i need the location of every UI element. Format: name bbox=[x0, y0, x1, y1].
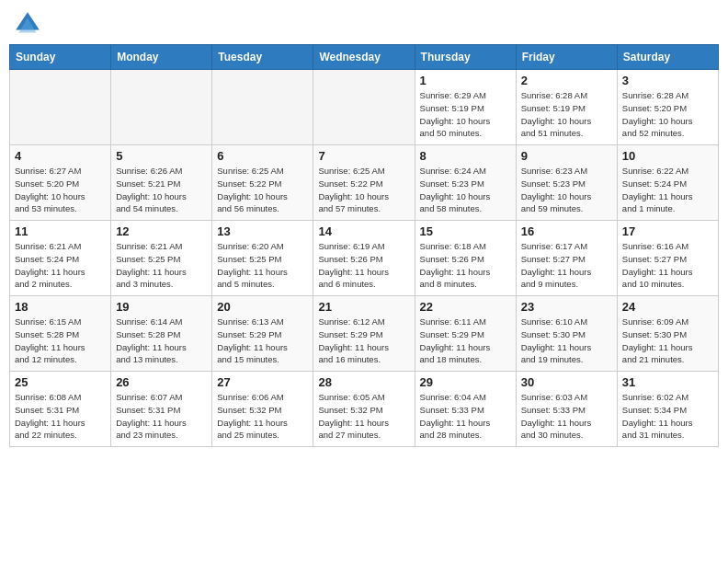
calendar-cell bbox=[212, 70, 313, 145]
calendar-cell: 7Sunrise: 6:25 AM Sunset: 5:22 PM Daylig… bbox=[313, 145, 415, 221]
day-number: 17 bbox=[622, 224, 713, 238]
weekday-header-saturday: Saturday bbox=[617, 45, 718, 70]
day-number: 1 bbox=[420, 74, 511, 87]
calendar-cell bbox=[313, 70, 415, 145]
calendar-cell: 15Sunrise: 6:18 AM Sunset: 5:26 PM Dayli… bbox=[415, 221, 516, 296]
calendar-cell: 27Sunrise: 6:06 AM Sunset: 5:32 PM Dayli… bbox=[212, 372, 313, 447]
calendar-cell: 5Sunrise: 6:26 AM Sunset: 5:21 PM Daylig… bbox=[111, 145, 212, 221]
day-number: 7 bbox=[318, 149, 409, 163]
day-number: 5 bbox=[116, 149, 207, 163]
day-number: 21 bbox=[318, 300, 409, 314]
calendar-cell: 4Sunrise: 6:27 AM Sunset: 5:20 PM Daylig… bbox=[10, 145, 111, 221]
day-number: 31 bbox=[622, 375, 713, 389]
calendar-cell: 10Sunrise: 6:22 AM Sunset: 5:24 PM Dayli… bbox=[617, 145, 718, 221]
calendar-cell: 17Sunrise: 6:16 AM Sunset: 5:27 PM Dayli… bbox=[617, 221, 718, 296]
weekday-header-row: SundayMondayTuesdayWednesdayThursdayFrid… bbox=[10, 45, 719, 70]
day-number: 4 bbox=[15, 149, 106, 163]
calendar-cell: 28Sunrise: 6:05 AM Sunset: 5:32 PM Dayli… bbox=[313, 372, 415, 447]
day-number: 22 bbox=[420, 300, 511, 314]
day-number: 2 bbox=[521, 74, 612, 87]
calendar-cell: 26Sunrise: 6:07 AM Sunset: 5:31 PM Dayli… bbox=[111, 372, 212, 447]
day-number: 26 bbox=[116, 375, 207, 389]
day-info: Sunrise: 6:21 AM Sunset: 5:24 PM Dayligh… bbox=[15, 240, 106, 291]
calendar-cell: 20Sunrise: 6:13 AM Sunset: 5:29 PM Dayli… bbox=[212, 296, 313, 372]
day-number: 18 bbox=[15, 300, 106, 314]
weekday-header-thursday: Thursday bbox=[415, 45, 516, 70]
day-number: 29 bbox=[420, 375, 511, 389]
day-info: Sunrise: 6:28 AM Sunset: 5:20 PM Dayligh… bbox=[622, 89, 713, 140]
day-info: Sunrise: 6:20 AM Sunset: 5:25 PM Dayligh… bbox=[217, 240, 308, 291]
day-info: Sunrise: 6:23 AM Sunset: 5:23 PM Dayligh… bbox=[521, 165, 612, 215]
day-number: 24 bbox=[622, 300, 713, 314]
day-info: Sunrise: 6:06 AM Sunset: 5:32 PM Dayligh… bbox=[217, 391, 308, 442]
day-info: Sunrise: 6:09 AM Sunset: 5:30 PM Dayligh… bbox=[622, 316, 713, 366]
calendar-cell: 21Sunrise: 6:12 AM Sunset: 5:29 PM Dayli… bbox=[313, 296, 415, 372]
weekday-header-sunday: Sunday bbox=[10, 45, 111, 70]
calendar-cell: 12Sunrise: 6:21 AM Sunset: 5:25 PM Dayli… bbox=[111, 221, 212, 296]
calendar-cell: 1Sunrise: 6:29 AM Sunset: 5:19 PM Daylig… bbox=[415, 70, 516, 145]
day-info: Sunrise: 6:10 AM Sunset: 5:30 PM Dayligh… bbox=[521, 316, 612, 366]
day-info: Sunrise: 6:21 AM Sunset: 5:25 PM Dayligh… bbox=[116, 240, 207, 291]
day-number: 12 bbox=[116, 224, 207, 238]
calendar-cell: 3Sunrise: 6:28 AM Sunset: 5:20 PM Daylig… bbox=[617, 70, 718, 145]
day-info: Sunrise: 6:02 AM Sunset: 5:34 PM Dayligh… bbox=[622, 391, 713, 442]
day-info: Sunrise: 6:25 AM Sunset: 5:22 PM Dayligh… bbox=[217, 165, 308, 215]
day-info: Sunrise: 6:13 AM Sunset: 5:29 PM Dayligh… bbox=[217, 316, 308, 366]
calendar-cell: 13Sunrise: 6:20 AM Sunset: 5:25 PM Dayli… bbox=[212, 221, 313, 296]
calendar-cell: 9Sunrise: 6:23 AM Sunset: 5:23 PM Daylig… bbox=[516, 145, 617, 221]
day-number: 6 bbox=[217, 149, 308, 163]
day-info: Sunrise: 6:24 AM Sunset: 5:23 PM Dayligh… bbox=[420, 165, 511, 215]
day-info: Sunrise: 6:03 AM Sunset: 5:33 PM Dayligh… bbox=[521, 391, 612, 442]
calendar-cell: 18Sunrise: 6:15 AM Sunset: 5:28 PM Dayli… bbox=[10, 296, 111, 372]
day-info: Sunrise: 6:22 AM Sunset: 5:24 PM Dayligh… bbox=[622, 165, 713, 215]
day-info: Sunrise: 6:08 AM Sunset: 5:31 PM Dayligh… bbox=[15, 391, 106, 442]
day-number: 8 bbox=[420, 149, 511, 163]
calendar-cell: 23Sunrise: 6:10 AM Sunset: 5:30 PM Dayli… bbox=[516, 296, 617, 372]
calendar-cell: 24Sunrise: 6:09 AM Sunset: 5:30 PM Dayli… bbox=[617, 296, 718, 372]
day-number: 10 bbox=[622, 149, 713, 163]
day-info: Sunrise: 6:16 AM Sunset: 5:27 PM Dayligh… bbox=[622, 240, 713, 291]
calendar-cell: 16Sunrise: 6:17 AM Sunset: 5:27 PM Dayli… bbox=[516, 221, 617, 296]
calendar-cell: 29Sunrise: 6:04 AM Sunset: 5:33 PM Dayli… bbox=[415, 372, 516, 447]
calendar-cell: 11Sunrise: 6:21 AM Sunset: 5:24 PM Dayli… bbox=[10, 221, 111, 296]
day-number: 27 bbox=[217, 375, 308, 389]
day-number: 14 bbox=[318, 224, 409, 238]
day-info: Sunrise: 6:19 AM Sunset: 5:26 PM Dayligh… bbox=[318, 240, 409, 291]
calendar-cell: 22Sunrise: 6:11 AM Sunset: 5:29 PM Dayli… bbox=[415, 296, 516, 372]
day-number: 28 bbox=[318, 375, 409, 389]
day-number: 15 bbox=[420, 224, 511, 238]
calendar-cell: 8Sunrise: 6:24 AM Sunset: 5:23 PM Daylig… bbox=[415, 145, 516, 221]
day-number: 3 bbox=[622, 74, 713, 87]
calendar-cell: 6Sunrise: 6:25 AM Sunset: 5:22 PM Daylig… bbox=[212, 145, 313, 221]
weekday-header-monday: Monday bbox=[111, 45, 212, 70]
day-info: Sunrise: 6:11 AM Sunset: 5:29 PM Dayligh… bbox=[420, 316, 511, 366]
day-number: 11 bbox=[15, 224, 106, 238]
day-info: Sunrise: 6:18 AM Sunset: 5:26 PM Dayligh… bbox=[420, 240, 511, 291]
day-number: 20 bbox=[217, 300, 308, 314]
calendar-cell: 25Sunrise: 6:08 AM Sunset: 5:31 PM Dayli… bbox=[10, 372, 111, 447]
day-info: Sunrise: 6:28 AM Sunset: 5:19 PM Dayligh… bbox=[521, 89, 612, 140]
day-number: 30 bbox=[521, 375, 612, 389]
day-info: Sunrise: 6:12 AM Sunset: 5:29 PM Dayligh… bbox=[318, 316, 409, 366]
calendar-week-row: 4Sunrise: 6:27 AM Sunset: 5:20 PM Daylig… bbox=[10, 145, 719, 221]
day-number: 23 bbox=[521, 300, 612, 314]
day-info: Sunrise: 6:04 AM Sunset: 5:33 PM Dayligh… bbox=[420, 391, 511, 442]
calendar-cell: 19Sunrise: 6:14 AM Sunset: 5:28 PM Dayli… bbox=[111, 296, 212, 372]
day-number: 9 bbox=[521, 149, 612, 163]
day-number: 13 bbox=[217, 224, 308, 238]
day-info: Sunrise: 6:05 AM Sunset: 5:32 PM Dayligh… bbox=[318, 391, 409, 442]
weekday-header-wednesday: Wednesday bbox=[313, 45, 415, 70]
day-info: Sunrise: 6:17 AM Sunset: 5:27 PM Dayligh… bbox=[521, 240, 612, 291]
weekday-header-friday: Friday bbox=[516, 45, 617, 70]
day-info: Sunrise: 6:07 AM Sunset: 5:31 PM Dayligh… bbox=[116, 391, 207, 442]
weekday-header-tuesday: Tuesday bbox=[212, 45, 313, 70]
day-number: 16 bbox=[521, 224, 612, 238]
calendar-cell: 30Sunrise: 6:03 AM Sunset: 5:33 PM Dayli… bbox=[516, 372, 617, 447]
calendar-week-row: 1Sunrise: 6:29 AM Sunset: 5:19 PM Daylig… bbox=[10, 70, 719, 145]
calendar-week-row: 18Sunrise: 6:15 AM Sunset: 5:28 PM Dayli… bbox=[10, 296, 719, 372]
calendar-cell bbox=[111, 70, 212, 145]
day-info: Sunrise: 6:15 AM Sunset: 5:28 PM Dayligh… bbox=[15, 316, 106, 366]
calendar-cell: 31Sunrise: 6:02 AM Sunset: 5:34 PM Dayli… bbox=[617, 372, 718, 447]
day-info: Sunrise: 6:25 AM Sunset: 5:22 PM Dayligh… bbox=[318, 165, 409, 215]
calendar-week-row: 25Sunrise: 6:08 AM Sunset: 5:31 PM Dayli… bbox=[10, 372, 719, 447]
